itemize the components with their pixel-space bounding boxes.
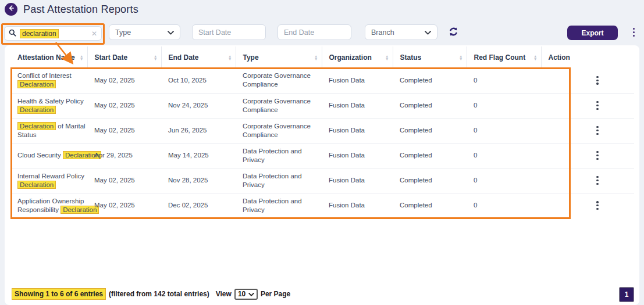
sort-icon[interactable]: ▲▼ [314,55,318,60]
column-header: Action [541,46,634,68]
column-label: Start Date [95,53,128,62]
chevron-down-icon [425,28,431,37]
filtered-note-text: (filtered from 142 total entries) [109,290,209,298]
sort-icon[interactable]: ▲▼ [459,55,462,60]
sort-icon[interactable]: ▲▼ [228,55,232,60]
name-text: Conflict of Interest [17,72,72,79]
view-label: View [216,290,232,298]
end-date-input[interactable]: End Date [277,24,351,40]
column-label: Organization [329,53,372,62]
status-cell: Completed [393,143,467,168]
row-action-kebab-icon[interactable] [563,126,632,135]
name-text: Cloud Security [17,152,63,159]
column-header[interactable]: End Date▲▼ [161,46,236,68]
column-label: Action [549,53,570,62]
table-row: Internal Reward Policy DeclarationMay 02… [10,168,634,193]
start-date-input[interactable]: Start Date [192,24,266,40]
toolbar-kebab-menu-icon[interactable] [633,28,635,37]
start-date-cell: May 02, 2025 [87,93,161,118]
table-row: Cloud Security DeclarationApr 29, 2025Ma… [10,143,634,168]
refresh-icon [448,29,459,39]
chevron-down-icon [248,290,254,298]
search-icon [9,28,16,39]
attestation-table: Attestation Name▲▼Start Date▲▼End Date▲▼… [10,46,634,218]
name-text: Internal Reward Policy [17,173,84,180]
end-date-cell: Oct 10, 2025 [161,68,236,93]
export-button-label: Export [581,29,603,37]
row-action-kebab-icon[interactable] [563,151,632,160]
end-date-cell: Nov 24, 2025 [161,93,236,118]
start-date-cell: Apr 29, 2025 [87,143,161,168]
type-cell: Corporate Governance Compliance [236,118,322,143]
search-value: declaration [20,29,59,38]
attestation-name-cell: Conflict of Interest Declaration [10,68,87,93]
highlighted-search-match: Declaration [17,80,56,88]
highlighted-search-match: Declaration [17,106,56,114]
column-label: Attestation Name [17,53,75,62]
per-page-value: 10 [238,290,245,298]
column-header[interactable]: Red Flag Count▲▼ [467,46,541,68]
attestation-name-cell: Declaration of Marital Status [10,118,87,143]
row-action-kebab-icon[interactable] [563,176,632,185]
annotation-box-search: declaration ✕ [1,23,105,45]
attestation-name-cell: Application Ownership Responsibility Dec… [10,193,87,218]
column-header[interactable]: Type▲▼ [236,46,322,68]
start-date-placeholder: Start Date [198,28,231,37]
status-cell: Completed [393,68,467,93]
sort-icon[interactable]: ▲▼ [80,55,83,60]
row-action-kebab-icon[interactable] [563,76,632,85]
clear-search-icon[interactable]: ✕ [91,30,97,37]
showing-entries-text: Showing 1 to 6 of 6 entries [12,288,106,300]
type-dropdown[interactable]: Type [109,24,180,40]
export-button[interactable]: Export [567,26,618,40]
type-cell: Data Protection and Privacy [236,193,322,218]
action-cell [541,68,634,93]
attestation-name-cell: Internal Reward Policy Declaration [10,168,87,193]
status-cell: Completed [393,118,467,143]
back-button[interactable] [5,3,17,16]
type-cell: Corporate Governance Compliance [236,93,322,118]
highlighted-search-match: Declaration [17,122,56,130]
status-cell: Completed [393,168,467,193]
table-body: Conflict of Interest DeclarationMay 02, … [10,68,634,218]
start-date-cell: May 02, 2025 [87,68,161,93]
sort-icon[interactable]: ▲▼ [154,55,157,60]
table-row: Declaration of Marital StatusMay 02, 202… [10,118,634,143]
column-header[interactable]: Organization▲▼ [322,46,393,68]
table-header-row: Attestation Name▲▼Start Date▲▼End Date▲▼… [10,46,634,68]
column-label: End Date [169,53,199,62]
back-arrow-icon [7,4,15,15]
sort-icon[interactable]: ▲▼ [533,55,537,60]
type-dropdown-value: Type [115,28,131,37]
table-row: Health & Safety Policy DeclarationMay 02… [10,93,634,118]
table-row: Application Ownership Responsibility Dec… [10,193,634,218]
per-page-select[interactable]: 10 [234,289,258,300]
highlighted-search-match: Declaration [17,181,56,189]
sort-icon[interactable]: ▲▼ [385,55,389,60]
column-header[interactable]: Attestation Name▲▼ [10,46,87,68]
action-cell [541,93,634,118]
row-action-kebab-icon[interactable] [563,201,632,210]
action-cell [541,168,634,193]
column-header[interactable]: Start Date▲▼ [87,46,161,68]
page-1-button[interactable]: 1 [619,287,634,302]
column-header[interactable]: Status▲▼ [393,46,467,68]
refresh-button[interactable] [448,26,460,38]
organization-cell: Fusion Data [322,168,393,193]
organization-cell: Fusion Data [322,68,393,93]
organization-cell: Fusion Data [322,118,393,143]
name-text: Health & Safety Policy [17,98,84,105]
branch-dropdown-value: Branch [371,28,394,37]
organization-cell: Fusion Data [322,93,393,118]
start-date-cell: May 02, 2025 [87,168,161,193]
row-action-kebab-icon[interactable] [563,101,632,110]
search-input[interactable]: declaration ✕ [4,26,102,41]
end-date-cell: Jun 26, 2025 [161,118,236,143]
column-label: Type [243,53,259,62]
start-date-cell: May 02, 2025 [87,193,161,218]
red-flag-count-cell: 0 [467,168,541,193]
end-date-cell: May 14, 2025 [161,143,236,168]
branch-dropdown[interactable]: Branch [365,24,437,40]
red-flag-count-cell: 0 [467,93,541,118]
organization-cell: Fusion Data [322,193,393,218]
